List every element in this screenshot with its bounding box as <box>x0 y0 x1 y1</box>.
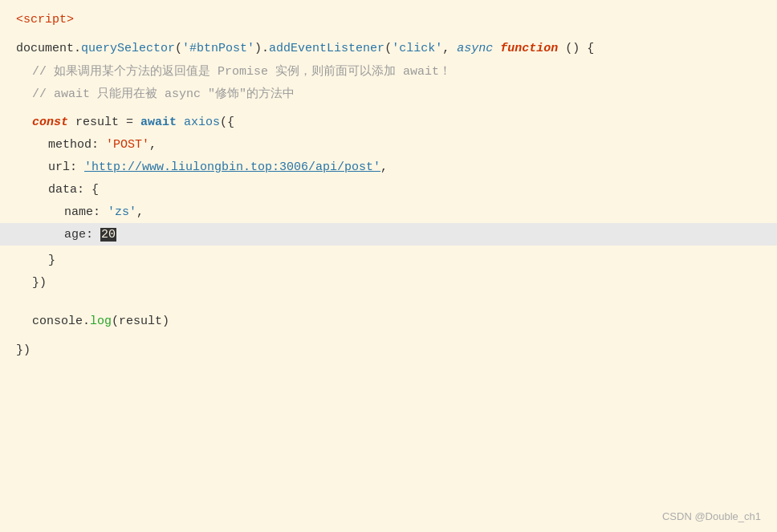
age-line: age: 20 <box>0 223 777 246</box>
click-string: 'click' <box>392 42 442 55</box>
footer: CSDN @Double_ch1 <box>662 510 761 522</box>
axios-call: axios <box>184 116 220 129</box>
url-comma: , <box>380 160 388 174</box>
selector-string: '#btnPost' <box>182 42 254 55</box>
url-line: url: 'http://www.liulongbin.top:3006/api… <box>0 156 777 178</box>
url-value: 'http://www.liulongbin.top:3006/api/post… <box>84 160 380 174</box>
url-key: url: <box>48 160 84 174</box>
name-key: name: <box>64 205 108 219</box>
comment1-line: // 如果调用某个方法的返回值是 Promise 实例，则前面可以添加 awai… <box>0 59 777 82</box>
data-open-line: data: { <box>0 178 777 201</box>
document-text: document. <box>16 42 81 55</box>
await-keyword: await <box>140 116 177 129</box>
event-listener-line: document.querySelector('#btnPost').addEv… <box>0 37 777 59</box>
method-key: method: <box>48 138 106 152</box>
method-line: method: 'POST', <box>0 133 777 156</box>
close-listener-line: }) <box>0 339 777 361</box>
close-listener-brace: }) <box>16 343 31 357</box>
method-value: 'POST' <box>106 138 149 152</box>
console-text: console. <box>32 315 90 328</box>
async-keyword: async <box>457 42 493 55</box>
footer-text: CSDN @Double_ch1 <box>662 510 761 522</box>
close-axios-line: }) <box>0 271 777 294</box>
func-params: () { <box>558 42 594 55</box>
name-comma: , <box>136 205 144 219</box>
log-method: log <box>90 315 112 328</box>
close-data-line: } <box>0 249 777 271</box>
result-var: result = <box>68 116 140 129</box>
paren-close: ). <box>254 42 269 55</box>
function-keyword: function <box>500 42 558 55</box>
axios-open: ({ <box>220 116 234 129</box>
script-tag-line: <script> <box>0 8 777 30</box>
args-open: ( <box>384 42 392 55</box>
comment2-line: // await 只能用在被 async "修饰"的方法中 <box>0 82 777 104</box>
close-axios-brace: }) <box>32 276 47 290</box>
const-line: const result = await axios({ <box>0 111 777 133</box>
code-container: <script> document.querySelector('#btnPos… <box>0 0 777 532</box>
script-tag: <script> <box>0 13 74 26</box>
age-value-cursor: 20 <box>100 228 116 242</box>
comma-space: , <box>442 42 457 55</box>
paren-open: ( <box>175 42 182 55</box>
close-data-brace: } <box>48 254 55 267</box>
querySelector-text: querySelector <box>81 42 175 55</box>
age-key: age: <box>64 228 100 242</box>
space-axios <box>177 116 184 129</box>
space1 <box>493 42 500 55</box>
name-value: 'zs' <box>108 205 136 219</box>
method-comma: , <box>149 138 157 152</box>
data-key: data: { <box>48 183 99 197</box>
log-args: (result) <box>112 315 169 328</box>
comment1-text: // 如果调用某个方法的返回值是 Promise 实例，则前面可以添加 awai… <box>32 63 451 79</box>
console-line: console.log(result) <box>0 310 777 332</box>
const-keyword: const <box>32 116 68 129</box>
name-line: name: 'zs', <box>0 201 777 223</box>
addEventListener-text: addEventListener <box>269 42 384 55</box>
comment2-text: // await 只能用在被 async "修饰"的方法中 <box>32 86 295 101</box>
